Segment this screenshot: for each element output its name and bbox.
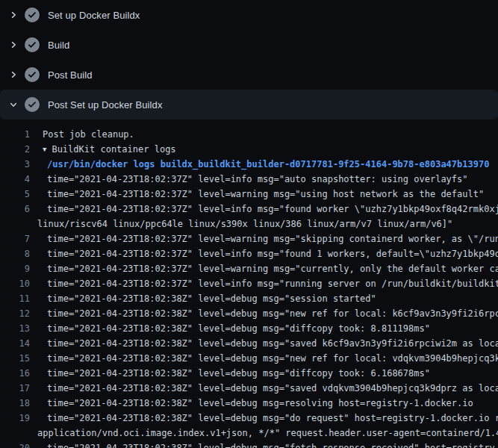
log-line-number[interactable]: 10 (0, 276, 30, 291)
check-circle-icon (25, 7, 40, 22)
log-line-number (0, 426, 30, 441)
log-line: 14time="2021-04-23T18:02:38Z" level=debu… (0, 336, 498, 351)
log-line-text: time="2021-04-23T18:02:38Z" level=debug … (47, 441, 498, 448)
log-line-text: time="2021-04-23T18:02:37Z" level=info m… (47, 276, 498, 291)
log-line-number[interactable]: 5 (0, 187, 30, 202)
log-line-text: time="2021-04-23T18:02:37Z" level=warnin… (47, 231, 498, 246)
log-line-text: time="2021-04-23T18:02:38Z" level=debug … (47, 396, 473, 411)
log-line-number (0, 217, 30, 231)
step-header-3[interactable]: Post Set up Docker Buildx (0, 90, 498, 119)
log-line: 7time="2021-04-23T18:02:37Z" level=warni… (0, 231, 498, 246)
log-line: 16time="2021-04-23T18:02:38Z" level=debu… (0, 366, 498, 381)
check-circle-icon (25, 37, 40, 52)
chevron-right-icon[interactable] (9, 40, 18, 49)
log-line: 1Post job cleanup. (0, 127, 498, 142)
chevron-right-icon[interactable] (9, 70, 18, 79)
log-line-number[interactable]: 12 (0, 306, 30, 321)
log-line-text: time="2021-04-23T18:02:37Z" level=info m… (47, 172, 468, 187)
log-line-number[interactable]: 9 (0, 261, 30, 276)
log-panel: 1Post job cleanup.2▼BuildKit container l… (0, 119, 498, 448)
steps-list: Set up Docker BuildxBuildPost BuildPost … (0, 0, 498, 119)
log-line-text: Post job cleanup. (43, 127, 134, 142)
log-line: 2▼BuildKit container logs (0, 142, 498, 157)
log-line-number[interactable]: 2 (0, 142, 30, 157)
log-line-number[interactable]: 7 (0, 231, 30, 246)
log-line-text: time="2021-04-23T18:02:38Z" level=debug … (47, 411, 498, 426)
log-line-number[interactable]: 11 (0, 291, 30, 306)
log-line-text: time="2021-04-23T18:02:37Z" level=warnin… (47, 187, 484, 202)
log-line: 12time="2021-04-23T18:02:38Z" level=debu… (0, 306, 498, 321)
log-line-number[interactable]: 3 (0, 157, 30, 172)
log-line: linux/riscv64 linux/ppc64le linux/s390x … (0, 217, 498, 231)
log-line-text: time="2021-04-23T18:02:38Z" level=debug … (47, 336, 498, 351)
step-header-2[interactable]: Post Build (0, 60, 498, 90)
log-line-number[interactable]: 14 (0, 336, 30, 351)
log-line-number[interactable]: 16 (0, 366, 30, 381)
log-line: 10time="2021-04-23T18:02:37Z" level=info… (0, 276, 498, 291)
log-line: 5time="2021-04-23T18:02:37Z" level=warni… (0, 187, 498, 202)
log-line-text: time="2021-04-23T18:02:37Z" level=info m… (47, 202, 498, 217)
step-label: Post Build (48, 69, 93, 81)
log-line: 15time="2021-04-23T18:02:38Z" level=debu… (0, 351, 498, 366)
log-group-label: BuildKit container logs (52, 144, 175, 155)
log-line-number[interactable]: 18 (0, 396, 30, 411)
log-line-text: linux/riscv64 linux/ppc64le linux/s390x … (37, 217, 452, 231)
log-line-text: time="2021-04-23T18:02:38Z" level=debug … (47, 306, 498, 321)
log-line-number[interactable]: 8 (0, 246, 30, 261)
check-circle-icon (25, 67, 40, 82)
log-line-text: time="2021-04-23T18:02:37Z" level=warnin… (47, 261, 498, 276)
log-line: 11time="2021-04-23T18:02:38Z" level=debu… (0, 291, 498, 306)
log-line-number[interactable]: 15 (0, 351, 30, 366)
log-line: 20time="2021-04-23T18:02:38Z" level=debu… (0, 441, 498, 448)
log-line-text: time="2021-04-23T18:02:37Z" level=info m… (47, 246, 498, 261)
step-label: Set up Docker Buildx (48, 10, 140, 21)
log-line-number[interactable]: 17 (0, 381, 30, 396)
chevron-down-icon[interactable] (9, 100, 18, 109)
log-line: 9time="2021-04-23T18:02:37Z" level=warni… (0, 261, 498, 276)
log-command-text: /usr/bin/docker logs buildx_buildkit_bui… (47, 157, 489, 172)
log-line: 19time="2021-04-23T18:02:38Z" level=debu… (0, 411, 498, 426)
log-line: 18time="2021-04-23T18:02:38Z" level=debu… (0, 396, 498, 411)
log-line: 6time="2021-04-23T18:02:37Z" level=info … (0, 202, 498, 217)
log-line: 13time="2021-04-23T18:02:38Z" level=debu… (0, 321, 498, 336)
log-line-number[interactable]: 6 (0, 202, 30, 217)
step-header-0[interactable]: Set up Docker Buildx (0, 0, 498, 30)
log-line: application/vnd.oci.image.index.v1+json,… (0, 426, 498, 441)
log-line-text: time="2021-04-23T18:02:38Z" level=debug … (47, 381, 498, 396)
log-line-text: time="2021-04-23T18:02:38Z" level=debug … (47, 291, 376, 306)
step-label: Build (48, 40, 69, 51)
step-label: Post Set up Docker Buildx (48, 99, 163, 111)
log-line: 4time="2021-04-23T18:02:37Z" level=info … (0, 172, 498, 187)
log-line-number[interactable]: 1 (0, 127, 30, 142)
log-line-number[interactable]: 4 (0, 172, 30, 187)
log-line-text: time="2021-04-23T18:02:38Z" level=debug … (47, 351, 498, 366)
log-line-text: application/vnd.oci.image.index.v1+json,… (37, 426, 498, 441)
log-line: 3/usr/bin/docker logs buildx_buildkit_bu… (0, 157, 498, 172)
check-circle-icon (25, 97, 40, 112)
step-header-1[interactable]: Build (0, 30, 498, 60)
group-collapse-triangle-icon[interactable]: ▼ (43, 142, 46, 157)
log-line: 8time="2021-04-23T18:02:37Z" level=info … (0, 246, 498, 261)
log-line-text: time="2021-04-23T18:02:38Z" level=debug … (47, 321, 430, 336)
log-line-number[interactable]: 19 (0, 411, 30, 426)
chevron-right-icon[interactable] (9, 10, 18, 19)
log-group-header[interactable]: ▼BuildKit container logs (43, 142, 176, 157)
log-line-text: time="2021-04-23T18:02:38Z" level=debug … (47, 366, 430, 381)
log-line-number[interactable]: 13 (0, 321, 30, 336)
log-line-number[interactable]: 20 (0, 441, 30, 448)
log-line: 17time="2021-04-23T18:02:38Z" level=debu… (0, 381, 498, 396)
